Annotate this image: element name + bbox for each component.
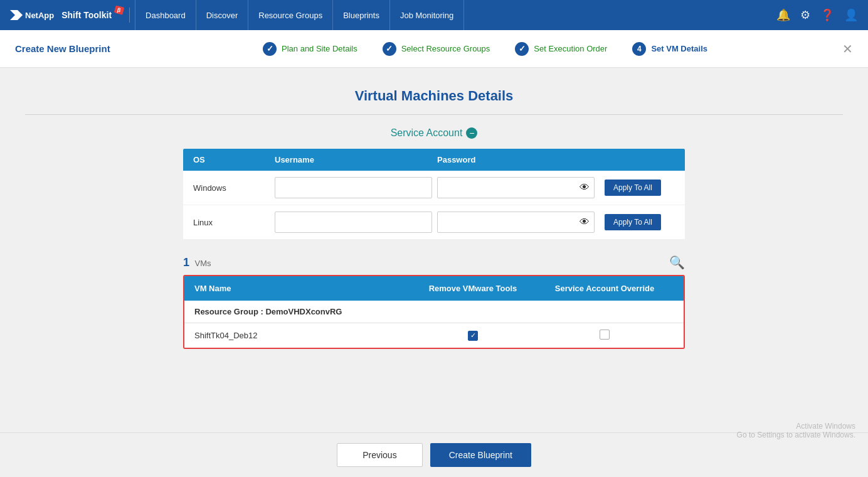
vm-group-row: Resource Group : DemoVHDXconvRG	[184, 301, 684, 323]
service-table-header: OS Username Password	[183, 149, 685, 171]
step-4-label: Set VM Details	[651, 44, 707, 53]
shift-toolkit-label: Shift Toolkit β	[61, 10, 112, 20]
header-password: Password	[437, 155, 600, 164]
step-2-circle: ✓	[383, 42, 396, 56]
settings-icon[interactable]: ⚙	[800, 8, 810, 22]
windows-username-input[interactable]	[275, 177, 432, 198]
header-os: OS	[193, 155, 275, 164]
netapp-text: NetApp	[25, 11, 54, 20]
service-account-label: Service Account	[391, 127, 463, 139]
windows-password-toggle-icon[interactable]: 👁	[580, 182, 590, 193]
search-vms-icon[interactable]: 🔍	[669, 255, 685, 270]
main-content: Virtual Machines Details Service Account…	[0, 68, 868, 477]
vms-label: VMs	[194, 259, 211, 268]
vms-count-area: 1 VMs	[183, 256, 211, 269]
windows-password-input[interactable]	[437, 177, 595, 198]
group-label: Resource Group : DemoVHDXconvRG	[194, 307, 342, 316]
linux-os-label: Linux	[193, 218, 275, 227]
nav-dashboard[interactable]: Dashboard	[135, 0, 196, 30]
windows-os-label: Windows	[193, 183, 275, 193]
vm-data-row: ShiftTk04_Deb12 ✓	[184, 323, 684, 348]
netapp-logo: NetApp	[10, 10, 54, 20]
vm-header-name: VM Name	[194, 284, 410, 293]
vms-count: 1	[183, 256, 189, 269]
vm-table-header: VM Name Remove VMware Tools Service Acco…	[184, 276, 684, 301]
nav-links: Dashboard Discover Resource Groups Bluep…	[135, 0, 776, 30]
notifications-icon[interactable]: 🔔	[776, 8, 790, 22]
vms-section: 1 VMs 🔍 VM Name Remove VMware Tools Serv…	[183, 255, 685, 349]
vm-header-override: Service Account Override	[536, 284, 674, 293]
service-account-table: OS Username Password Windows 👁 Apply To …	[183, 149, 685, 240]
wizard-step-3: ✓ Set Execution Order	[502, 42, 620, 56]
step-3-label: Set Execution Order	[534, 44, 607, 53]
wizard-step-4: 4 Set VM Details	[620, 42, 720, 56]
wizard-step-2: ✓ Select Resource Groups	[370, 42, 503, 56]
nav-blueprints[interactable]: Blueprints	[333, 0, 390, 30]
nav-divider	[129, 8, 130, 23]
close-button[interactable]: ✕	[842, 41, 853, 56]
previous-button[interactable]: Previous	[337, 443, 422, 467]
windows-service-row: Windows 👁 Apply To All	[183, 171, 685, 205]
linux-username-input[interactable]	[275, 212, 432, 233]
nav-resource-groups[interactable]: Resource Groups	[248, 0, 333, 30]
section-divider	[25, 114, 843, 115]
wizard-steps: ✓ Plan and Site Details ✓ Select Resourc…	[143, 42, 827, 56]
wizard-header: Create New Blueprint ✓ Plan and Site Det…	[0, 30, 868, 68]
linux-password-input[interactable]	[437, 212, 595, 233]
step-2-label: Select Resource Groups	[401, 44, 490, 53]
step-4-circle: 4	[632, 42, 646, 56]
top-navigation: NetApp Shift Toolkit β Dashboard Discove…	[0, 0, 868, 30]
service-account-section: Service Account −	[25, 127, 843, 139]
brand-logo: NetApp	[10, 10, 54, 20]
linux-apply-to-all-button[interactable]: Apply To All	[605, 214, 661, 230]
linux-password-toggle-icon[interactable]: 👁	[580, 217, 590, 228]
wizard-step-1: ✓ Plan and Site Details	[250, 42, 370, 56]
collapse-service-account-button[interactable]: −	[466, 127, 477, 139]
vm-header-tools: Remove VMware Tools	[410, 284, 536, 293]
nav-discover[interactable]: Discover	[196, 0, 249, 30]
vm-override-cell	[536, 330, 674, 341]
windows-apply-to-all-button[interactable]: Apply To All	[605, 180, 661, 196]
footer: Previous Create Blueprint	[0, 432, 868, 477]
service-account-override-checkbox[interactable]	[600, 330, 610, 340]
step-1-label: Plan and Site Details	[282, 44, 357, 53]
create-blueprint-button[interactable]: Create Blueprint	[430, 443, 531, 467]
step-3-circle: ✓	[515, 42, 529, 56]
vm-table: VM Name Remove VMware Tools Service Acco…	[183, 275, 685, 349]
vm-remove-tools-cell: ✓	[410, 330, 536, 341]
page-title: Virtual Machines Details	[25, 88, 843, 104]
header-username: Username	[275, 155, 437, 164]
vms-header: 1 VMs 🔍	[183, 255, 685, 270]
linux-service-row: Linux 👁 Apply To All	[183, 205, 685, 240]
topnav-icons: 🔔 ⚙ ❓ 👤	[776, 8, 858, 22]
netapp-logo-icon	[10, 10, 23, 20]
wizard-title: Create New Blueprint	[15, 43, 128, 54]
help-icon[interactable]: ❓	[820, 8, 834, 22]
nav-job-monitoring[interactable]: Job Monitoring	[390, 0, 464, 30]
remove-tools-checkbox[interactable]: ✓	[468, 331, 478, 341]
svg-marker-0	[10, 10, 23, 20]
step-1-circle: ✓	[263, 42, 277, 56]
beta-badge: β	[114, 5, 124, 14]
vm-name: ShiftTk04_Deb12	[194, 331, 410, 340]
user-icon[interactable]: 👤	[844, 8, 858, 22]
